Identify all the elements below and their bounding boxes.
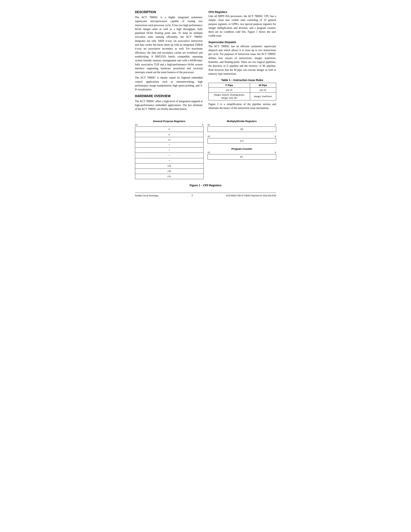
lo-row: LO (207, 138, 276, 143)
footer-company: Aeroflex Circuit Technology (135, 195, 159, 197)
description-title: DESCRIPTION (135, 10, 203, 14)
table-row: integer, branch, floating-point,integer … (208, 93, 276, 100)
gpr-row-dot1: • (135, 142, 204, 148)
superscalar-section: Superscalar Dispatch The ACT 7000SC has … (208, 41, 276, 76)
page: DESCRIPTION The ACT 7000SC is a highly i… (135, 8, 276, 197)
gpr-row-r2: r2 (135, 137, 204, 142)
gpr-row-dot2: • (135, 148, 204, 153)
cpu-registers-title: CPU Registers (208, 10, 276, 14)
right-registers: Multiply/Divide Registers 63 0 HI 63 0 L… (207, 120, 276, 160)
lo-bit-high: 63 (208, 135, 210, 138)
gpr-title: General Purpose Registers (135, 120, 204, 123)
gpr-row-0: 0 (135, 126, 204, 132)
pc-row: PC (207, 154, 276, 160)
table-cell-fpipe-oneof: one of: (208, 88, 250, 93)
table-header-fpipe: F Pipe (208, 83, 250, 88)
mdr-title: Multiply/Divide Registers (207, 120, 276, 123)
gpr-group: General Purpose Registers 63 0 0 r1 r2 •… (135, 120, 204, 179)
right-column: CPU Registers Like all MIPS ISA processo… (208, 8, 276, 114)
footer: Aeroflex Circuit Technology 2 SCD7000SC … (135, 193, 276, 197)
cpu-registers-section: CPU Registers Like all MIPS ISA processo… (208, 10, 276, 38)
hi-register-group: 63 0 HI (207, 124, 276, 132)
table-cell-mpipe-instructions: integer, load/store (250, 93, 276, 100)
figure-area: General Purpose Registers 63 0 0 r1 r2 •… (135, 120, 276, 179)
cpu-registers-para-1: Like all MIPS ISA processors, the ACT 70… (208, 14, 276, 38)
table-title: Table 1 – Instruction Issue Rules (208, 78, 276, 82)
footer-page-number: 2 (191, 194, 193, 197)
description-para-2: The ACT 7000SC is ideally suited for hig… (135, 76, 203, 92)
hardware-overview-section: HARDWARE OVERVIEW The ACT 7000SC offers … (135, 95, 203, 111)
hardware-overview-title: HARDWARE OVERVIEW (135, 95, 203, 98)
pc-title: Program Counter (207, 147, 276, 150)
pc-bit-high: 63 (208, 151, 210, 154)
hi-bit-low: 0 (275, 124, 276, 126)
gpr-row-dot3: • (135, 153, 204, 158)
table-row: one of: one of: (208, 88, 276, 93)
hi-row: HI (207, 126, 276, 132)
hi-bit-labels: 63 0 (207, 124, 276, 126)
figure-caption: Figure 1 – CP0 Registers (135, 184, 276, 187)
lo-register-group: 63 0 LO (207, 135, 276, 143)
hardware-overview-para-1: The ACT 7000SC offers a high-level of in… (135, 99, 203, 111)
footer-left: Aeroflex Circuit Technology (135, 195, 159, 197)
lo-bit-low: 0 (275, 135, 276, 138)
gpr-row-r1: r1 (135, 132, 204, 137)
gpr-row-r30: r30 (135, 169, 204, 174)
figure-note: Figure 2 is a simplification of the pipe… (208, 102, 276, 110)
pc-bit-low: 0 (275, 151, 276, 154)
gpr-bit-high: 63 (135, 124, 138, 126)
description-para-1: The ACT 7000SC is a highly integrated sy… (135, 16, 203, 74)
gpr-bit-low: 0 (202, 124, 204, 126)
two-column-layout: DESCRIPTION The ACT 7000SC is a highly i… (135, 8, 276, 114)
gpr-bit-labels: 63 0 (135, 124, 204, 126)
gpr-row-r31: r31 (135, 174, 204, 179)
gpr-row-dot4: • (135, 158, 204, 163)
pc-bit-labels: 63 0 (207, 151, 276, 154)
table-cell-fpipe-instructions: integer, branch, floating-point,integer … (208, 93, 250, 100)
hi-bit-high: 63 (208, 124, 210, 126)
left-column: DESCRIPTION The ACT 7000SC is a highly i… (135, 8, 203, 114)
superscalar-title: Superscalar Dispatch (208, 41, 276, 44)
superscalar-para-1: The ACT 7000SC has an efficient symmetri… (208, 45, 276, 76)
table-cell-mpipe-oneof: one of: (250, 88, 276, 93)
pc-section: Program Counter 63 0 PC (207, 147, 276, 160)
gpr-row-r29: r29 (135, 163, 204, 169)
instruction-issue-table: F Pipe M Pipe one of: one of: integer, b… (208, 83, 276, 100)
footer-right: SCD7000SC REV B 7/30/01 Plainview NY (51… (226, 195, 276, 197)
lo-bit-labels: 63 0 (207, 135, 276, 138)
table-header-mpipe: M Pipe (250, 83, 276, 88)
description-section: DESCRIPTION The ACT 7000SC is a highly i… (135, 10, 203, 92)
